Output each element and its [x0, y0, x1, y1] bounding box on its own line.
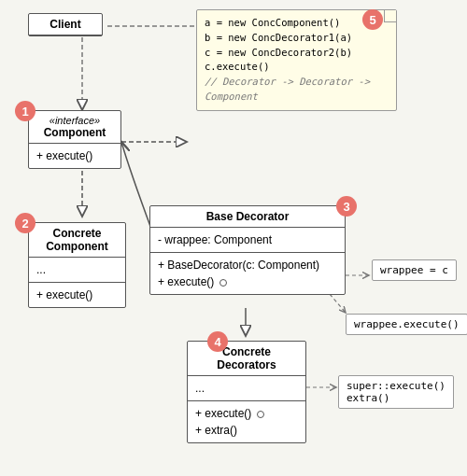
note-wrappee-c: wrappee = c [372, 259, 457, 281]
note-super-execute: super::execute() extra() [338, 375, 454, 409]
badge-3: 3 [336, 196, 357, 217]
badge-5: 5 [362, 9, 383, 30]
concrete-decorators-title: Concrete Decorators [188, 342, 305, 376]
note-wrappee-execute: wrappee.execute() [346, 314, 467, 335]
concrete-component-methods: + execute() [29, 283, 125, 307]
concrete-decorators-box: Concrete Decorators ... + execute() + ex… [187, 341, 306, 443]
base-decorator-title: Base Decorator [150, 206, 345, 228]
client-box: Client [28, 13, 103, 36]
base-decorator-box: Base Decorator - wrappee: Component + Ba… [149, 205, 346, 295]
client-title: Client [29, 14, 102, 35]
cd-execute-row: + execute() [195, 405, 298, 422]
cd-execute-circle [257, 411, 264, 418]
badge-1: 1 [15, 101, 35, 121]
concrete-component-attrs: ... [29, 258, 125, 283]
badge-4: 4 [207, 331, 228, 352]
execute-circle [219, 279, 227, 287]
badge-2: 2 [15, 213, 35, 233]
diagram-container: 5 a = new ConcComponent() b = new ConcDe… [0, 0, 467, 476]
svg-line-6 [330, 294, 346, 313]
base-decorator-attrs: - wrappee: Component [150, 228, 345, 253]
concrete-decorators-attrs: ... [188, 376, 305, 401]
concrete-component-title: Concrete Component [29, 223, 125, 258]
component-title: «interface» Component [29, 111, 120, 144]
concrete-decorators-methods: + execute() + extra() [188, 401, 305, 442]
component-methods: + execute() [29, 144, 120, 168]
base-decorator-methods: + BaseDecorator(c: Component) + execute(… [150, 253, 345, 294]
component-box: «interface» Component + execute() [28, 110, 121, 169]
concrete-component-box: Concrete Component ... + execute() [28, 222, 126, 308]
base-decorator-execute: + execute() [158, 273, 337, 290]
